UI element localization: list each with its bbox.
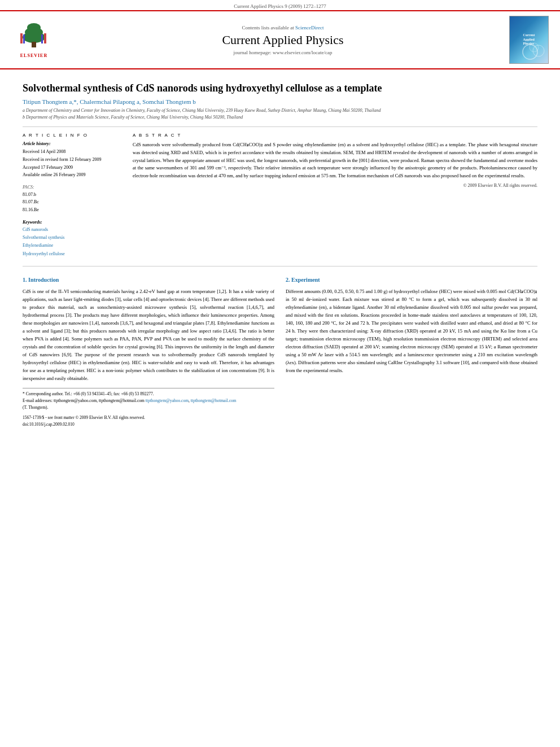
keyword-3: Ethylenediamine xyxy=(23,242,121,250)
top-citation-bar: Current Applied Physics 9 (2009) 1272–12… xyxy=(0,0,560,10)
divider-1 xyxy=(23,126,537,127)
svg-rect-6 xyxy=(44,33,46,43)
svg-rect-4 xyxy=(20,33,23,43)
keywords-label: Keywords: xyxy=(23,220,121,225)
pacs-label: PACS: xyxy=(23,185,121,190)
introduction-column: 1. Introduction CdS is one of the II–VI … xyxy=(23,276,274,428)
experiment-column: 2. Experiment Different amounts (0.00, 0… xyxy=(286,276,537,428)
journal-cover-image: CurrentAppliedPhysics xyxy=(509,16,549,64)
article-info-column: A R T I C L E I N F O Article history: R… xyxy=(23,133,121,258)
svg-rect-7 xyxy=(41,34,43,43)
history-label: Article history: xyxy=(23,141,121,146)
affiliation-a: a Department of Chemistry and Center for… xyxy=(23,107,537,114)
elsevier-logo: ELSEVIER xyxy=(11,20,56,60)
received-date: Received 14 April 2008 xyxy=(23,148,121,156)
email-yahoo[interactable]: ttpthongtem@yahoo.com xyxy=(146,398,189,403)
divider-2 xyxy=(23,266,537,267)
pacs-values: 81.07.b 81.07.Bc 81.16.Be xyxy=(23,191,121,214)
sciencedirect-link[interactable]: ScienceDirect xyxy=(295,25,323,30)
page-wrapper: Current Applied Physics 9 (2009) 1272–12… xyxy=(0,0,560,439)
footnote-corresponding: * Corresponding author. Tel.: +66 (0) 53… xyxy=(23,391,274,397)
footnote-doi: doi:10.1016/j.cap.2009.02.010 xyxy=(23,421,274,428)
svg-rect-3 xyxy=(32,42,36,47)
sciencedirect-line: Contents lists available at ScienceDirec… xyxy=(56,25,509,30)
journal-center-block: Contents lists available at ScienceDirec… xyxy=(56,25,509,55)
keyword-4: Hydroxyethyl cellulose xyxy=(23,250,121,258)
experiment-text: Different amounts (0.00, 0.25, 0.50, 0.7… xyxy=(286,287,537,374)
svg-rect-5 xyxy=(23,34,25,43)
abstract-label: A B S T R A C T xyxy=(133,133,537,138)
homepage-line: journal homepage: www.elsevier.com/locat… xyxy=(56,50,509,55)
keyword-1: CdS nanorods xyxy=(23,226,121,234)
info-abstract-section: A R T I C L E I N F O Article history: R… xyxy=(23,133,537,258)
body-section: 1. Introduction CdS is one of the II–VI … xyxy=(23,276,537,428)
elsevier-text: ELSEVIER xyxy=(20,53,47,58)
footnote-author: (T. Thongtem). xyxy=(23,404,274,411)
footnote-section: * Corresponding author. Tel.: +66 (0) 53… xyxy=(23,388,274,428)
footnote-email: E-mail addresses: ttpthongtem@yahoo.com,… xyxy=(23,397,274,404)
pacs-section: PACS: 81.07.b 81.07.Bc 81.16.Be xyxy=(23,185,121,214)
history-items: Received 14 April 2008 Received in revis… xyxy=(23,148,121,178)
journal-header: ELSEVIER Contents lists available at Sci… xyxy=(0,10,560,69)
keywords-values: CdS nanorods Solvothermal synthesis Ethy… xyxy=(23,226,121,259)
pacs-1: 81.07.b xyxy=(23,191,121,199)
experiment-heading: 2. Experiment xyxy=(286,276,537,285)
email-label: E-mail addresses: ttpthongtem@yahoo.com,… xyxy=(23,398,145,403)
affiliation-b: b Department of Physics and Materials Sc… xyxy=(23,114,537,121)
accepted-date: Accepted 17 February 2009 xyxy=(23,164,121,172)
abstract-text: CdS nanorods were solvothermally produce… xyxy=(133,141,537,180)
article-content: Solvothermal synthesis of CdS nanorods u… xyxy=(0,69,560,439)
introduction-text: CdS is one of the II–VI semiconducting m… xyxy=(23,287,274,382)
footnote-copyright: 1567-1739/$ - see front matter © 2009 El… xyxy=(23,414,274,421)
cover-image-text: CurrentAppliedPhysics xyxy=(523,33,535,46)
elsevier-logo-svg xyxy=(16,22,53,53)
pacs-3: 81.16.Be xyxy=(23,206,121,214)
affiliations: a Department of Chemistry and Center for… xyxy=(23,107,537,121)
available-date: Available online 26 February 2009 xyxy=(23,171,121,179)
introduction-heading: 1. Introduction xyxy=(23,276,274,285)
abstract-column: A B S T R A C T CdS nanorods were solvot… xyxy=(133,133,537,258)
citation-text: Current Applied Physics 9 (2009) 1272–12… xyxy=(234,3,326,9)
article-title: Solvothermal synthesis of CdS nanorods u… xyxy=(23,82,537,95)
journal-title: Current Applied Physics xyxy=(56,33,509,47)
received-revised-date: Received in revised form 12 February 200… xyxy=(23,156,121,164)
keywords-section: Keywords: CdS nanorods Solvothermal synt… xyxy=(23,220,121,259)
sciencedirect-prefix: Contents lists available at xyxy=(242,25,295,30)
authors-line: Titipun Thongtem a,*, Chalermchai Pilapo… xyxy=(23,98,537,105)
email-hotmail[interactable]: ttpthongtem@hotmail.com xyxy=(191,398,237,403)
keyword-2: Solvothermal synthesis xyxy=(23,234,121,242)
article-info-label: A R T I C L E I N F O xyxy=(23,133,121,138)
pacs-2: 81.07.Bc xyxy=(23,198,121,206)
abstract-copyright: © 2009 Elsevier B.V. All rights reserved… xyxy=(133,183,537,188)
